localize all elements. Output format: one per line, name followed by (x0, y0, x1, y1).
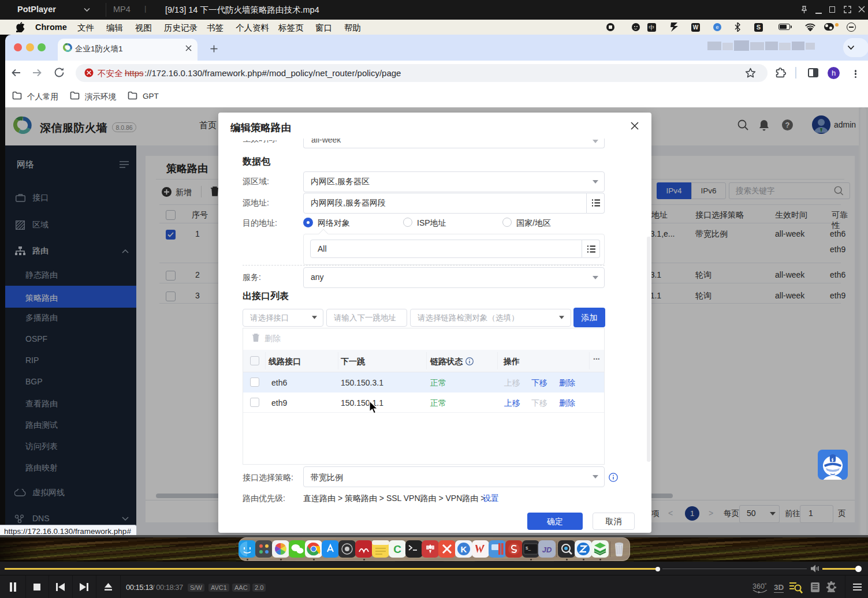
svg-text:K: K (461, 544, 467, 554)
svg-text:C: C (393, 543, 401, 555)
svg-text:$_: $_ (526, 545, 531, 551)
svg-text:JD: JD (542, 545, 552, 554)
